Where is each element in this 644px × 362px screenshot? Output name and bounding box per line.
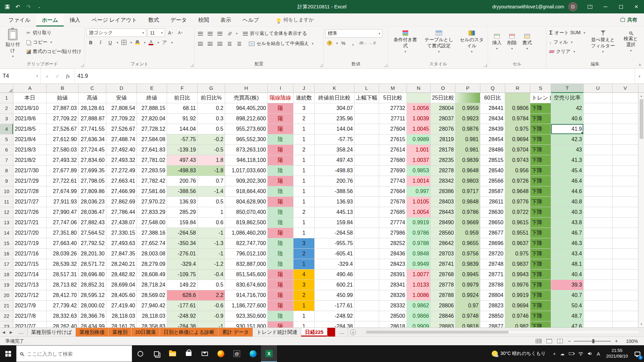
cell-N17[interactable]: 0.9949 (407, 259, 431, 269)
cell-H11[interactable]: 804,628,900 (225, 197, 268, 207)
font-size-combo[interactable]: 11▾ (148, 28, 165, 37)
increase-indent-icon[interactable] (235, 40, 244, 48)
cell-S22[interactable]: 下降 (530, 311, 551, 321)
cell-M5[interactable]: 27615 (379, 134, 407, 145)
cell-J19[interactable]: 3 (293, 280, 315, 290)
cell-L6[interactable] (355, 145, 379, 155)
taskbar-search[interactable] (16, 345, 132, 362)
cell-F4[interactable]: 144.04 (167, 124, 198, 134)
cell-A23[interactable]: 2021/7/7 (13, 321, 47, 327)
cell-D2[interactable]: 27,808.54 (106, 103, 137, 114)
cell-A2[interactable]: 2021/8/10 (13, 103, 47, 114)
cell-I5[interactable]: 陰 (268, 134, 293, 145)
cell-M4[interactable]: 27604 (379, 124, 407, 134)
cell-B19[interactable]: 28,713.82 (47, 280, 78, 290)
cell-N22[interactable]: 0.9866 (407, 311, 431, 321)
cell-G9[interactable]: 0.7 (198, 176, 225, 186)
cell-M19[interactable]: 28341 (379, 280, 407, 290)
cell-E21[interactable]: 27,940.42 (137, 301, 167, 311)
cell-G14[interactable]: -1 (198, 228, 225, 238)
cell-N6[interactable]: 1.001 (407, 145, 431, 155)
sheet-tab-日経225[interactable]: 日経225 (301, 328, 327, 337)
cell-J17[interactable]: 1 (293, 259, 315, 269)
cell-D21[interactable]: 27,419.40 (106, 301, 137, 311)
cell-T19[interactable]: 39.3 (551, 280, 584, 290)
cell-U16[interactable] (584, 249, 612, 259)
cell-O20[interactable]: 28788 (431, 290, 455, 301)
cell-F23[interactable]: -284.38 (167, 321, 198, 327)
cell-H9[interactable]: 909,202,300 (225, 176, 268, 186)
cell-G11[interactable]: 0.5 (198, 197, 225, 207)
row-header-12[interactable]: 12 (0, 207, 13, 218)
cell-E3[interactable]: 27,820.04 (137, 114, 167, 124)
cell-A18[interactable]: 2021/7/14 (13, 269, 47, 280)
cell-T8[interactable]: 45.4 (551, 166, 584, 176)
cell-K18[interactable]: 490.46 (315, 269, 355, 280)
col-header-F[interactable]: F (167, 84, 198, 93)
format-painter-button[interactable]: 書式のコピー/貼り付け (25, 47, 83, 56)
cell-K5[interactable]: -57.75 (315, 134, 355, 145)
increase-font-icon[interactable]: A˄ (166, 28, 175, 37)
page-layout-view-icon[interactable] (546, 339, 552, 343)
cell-E8[interactable]: 27,283.59 (137, 166, 167, 176)
cell-H20[interactable]: 914,716,700 (225, 290, 268, 301)
align-bottom-icon[interactable] (216, 29, 224, 38)
cell-P2[interactable]: 0.9959 (455, 103, 480, 114)
cell-N8[interactable]: 0.9853 (407, 166, 431, 176)
cell-N14[interactable]: 0.9786 (407, 228, 431, 238)
cell-R4[interactable]: 0.975 (505, 124, 530, 134)
fill-color-button[interactable] (133, 38, 142, 47)
cell-Q5[interactable]: 28454 (480, 134, 505, 145)
row-header-8[interactable]: 8 (0, 166, 13, 176)
cell-P4[interactable]: 0.9876 (455, 124, 480, 134)
ribbon-display-options-icon[interactable] (582, 0, 598, 13)
cell-A15[interactable]: 2021/7/19 (13, 238, 47, 249)
cell-H4[interactable]: 955,273,600 (225, 124, 268, 134)
cell-Q12[interactable]: 28630 (480, 207, 505, 218)
cell-C9[interactable]: 27,798.05 (78, 176, 106, 186)
scroll-down-icon[interactable]: ▼ (640, 321, 643, 327)
cell-N12[interactable]: 1.0054 (407, 207, 431, 218)
cell-F5[interactable]: -57.75 (167, 134, 198, 145)
cell-B6[interactable]: 27,580.03 (47, 145, 78, 155)
taskbar-mail-icon[interactable] (197, 345, 213, 362)
cell-V22[interactable] (612, 311, 638, 321)
cell-G21[interactable]: -0.6 (198, 301, 225, 311)
redo-icon[interactable]: ↷ (25, 4, 32, 10)
cell-J7[interactable]: 1 (293, 155, 315, 166)
row-header-11[interactable]: 11 (0, 197, 13, 207)
cell-U10[interactable] (584, 186, 612, 197)
cell-F18[interactable]: -109.75 (167, 269, 198, 280)
row-header-22[interactable]: 22 (0, 311, 13, 321)
cell-A6[interactable]: 2021/8/3 (13, 145, 47, 155)
cell-J8[interactable]: 1 (293, 166, 315, 176)
cell-R6[interactable]: 0.9704 (505, 145, 530, 155)
align-center-icon[interactable] (206, 40, 214, 48)
cell-R14[interactable]: 0.9551 (505, 228, 530, 238)
cell-R7[interactable]: 0.9743 (505, 155, 530, 166)
zoom-in-icon[interactable]: ＋ (614, 338, 619, 344)
weather-widget[interactable]: 30°C 晴れのちくもり (488, 345, 550, 362)
cell-G12[interactable]: 1 (198, 207, 225, 218)
cell-S6[interactable]: 下降 (530, 145, 551, 155)
col-header-D[interactable]: D (106, 84, 137, 93)
cell-F2[interactable]: 68.11 (167, 103, 198, 114)
cell-Q16[interactable]: 28720 (480, 249, 505, 259)
cell-K6[interactable]: 358.24 (315, 145, 355, 155)
align-middle-icon[interactable] (206, 29, 214, 38)
cell-F8[interactable]: -498.83 (167, 166, 198, 176)
cell-G7[interactable]: 1.8 (198, 155, 225, 166)
cell-M11[interactable]: 27678 (379, 197, 407, 207)
row-header-21[interactable]: 21 (0, 301, 13, 311)
cell-L14[interactable] (355, 228, 379, 238)
cell-P7[interactable]: 0.9839 (455, 155, 480, 166)
cell-C2[interactable]: 28,128.61 (78, 103, 106, 114)
cell-G1[interactable]: 前日比% (198, 93, 225, 103)
cell-S7[interactable]: 下降 (530, 155, 551, 166)
cell-K13[interactable]: 159.84 (315, 218, 355, 228)
cell-S21[interactable]: 下降 (530, 301, 551, 311)
cell-V8[interactable] (612, 166, 638, 176)
cell-C5[interactable]: 27,636.34 (78, 134, 106, 145)
zoom-level[interactable]: 100% (624, 339, 638, 344)
col-header-N[interactable]: N (407, 84, 431, 93)
